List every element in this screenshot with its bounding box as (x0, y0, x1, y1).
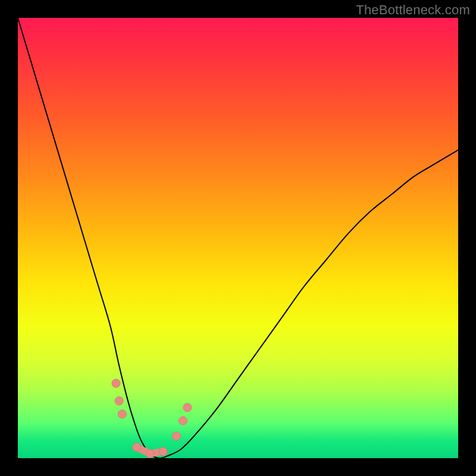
chart-svg (18, 18, 458, 458)
data-marker (172, 432, 180, 440)
data-marker (159, 447, 167, 456)
data-marker (183, 403, 192, 412)
data-marker (115, 397, 123, 405)
marker-group (112, 379, 192, 458)
data-marker (179, 416, 187, 425)
bottleneck-curve (18, 18, 458, 458)
plot-area (18, 18, 458, 458)
data-marker (112, 379, 120, 387)
data-marker (133, 443, 141, 452)
watermark-text: TheBottleneck.com (356, 2, 470, 18)
data-marker (118, 410, 126, 418)
data-marker (146, 450, 154, 458)
chart-frame: TheBottleneck.com (0, 0, 476, 476)
